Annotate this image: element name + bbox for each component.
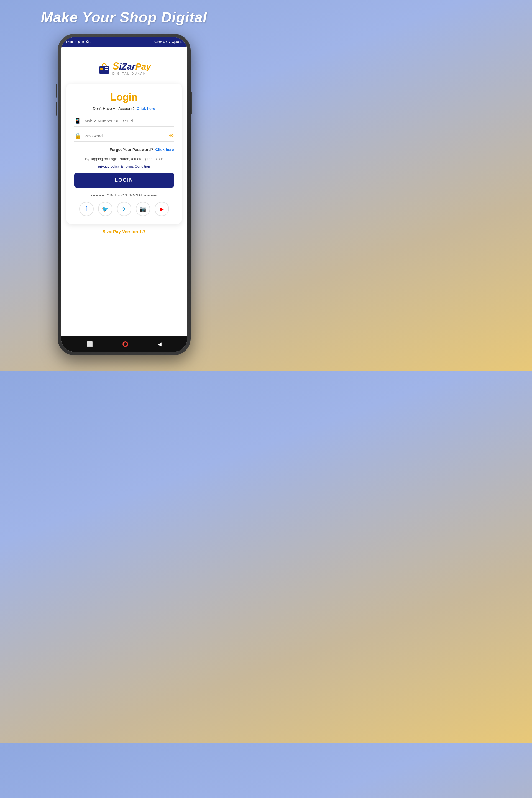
forgot-password-text: Forgot Your Password? <box>110 147 153 152</box>
forgot-password: Forgot Your Password? Click here <box>74 147 174 152</box>
battery-icon: 40% <box>175 40 182 44</box>
mail-status-icon: M̃ <box>86 40 89 44</box>
facebook-icon: f <box>86 206 87 212</box>
logo-text-main: SiZarPay <box>113 61 151 71</box>
phone-input-group: 📱 <box>74 117 174 127</box>
twitter-button[interactable]: 🐦 <box>98 202 113 216</box>
login-card: Login Don't Have An Account? Click here … <box>66 84 182 224</box>
logo-pay: Pay <box>135 61 151 72</box>
power-button <box>191 92 192 114</box>
password-input[interactable] <box>84 134 169 138</box>
social-icons: f 🐦 ✈ 📷 ▶ <box>74 202 174 216</box>
nav-bar: ⬜ ⭕ ◀ <box>61 336 187 352</box>
logo-container: SiZarPay Digital Dukan <box>97 61 151 75</box>
login-title: Login <box>74 92 174 103</box>
version-text: SizarPay Version 1.7 <box>97 224 151 240</box>
volte-icon: VoLTE <box>155 41 162 43</box>
register-click-here[interactable]: Click here <box>137 107 155 111</box>
4g-icon: 4G <box>163 40 167 44</box>
telegram-button[interactable]: ✈ <box>117 202 131 216</box>
logo-s: S <box>113 60 119 72</box>
facebook-status-icon: f <box>75 40 76 44</box>
logo-icon <box>97 61 111 75</box>
logo-text-group: SiZarPay Digital Dukan <box>113 61 151 75</box>
youtube-button[interactable]: ▶ <box>155 202 169 216</box>
register-prompt: Don't Have An Account? Click here <box>74 107 174 111</box>
instagram-icon: 📷 <box>139 206 146 212</box>
register-prompt-text: Don't Have An Account? <box>93 107 135 111</box>
volume-down-button <box>56 102 57 116</box>
status-bar: 6:00 f ⊕ M M̃ • VoLTE 4G ▲ ◀ 40% <box>61 37 187 47</box>
logo-area: SiZarPay Digital Dukan <box>92 47 157 84</box>
nav-home-button[interactable]: ⭕ <box>122 341 128 347</box>
maps-status-icon: ⊕ <box>77 40 80 44</box>
volume-up-button <box>56 84 57 97</box>
phone-mockup: 6:00 f ⊕ M M̃ • VoLTE 4G ▲ ◀ 40% <box>58 34 191 355</box>
nav-back-button[interactable]: ◀ <box>158 341 162 347</box>
wifi-icon: ◀ <box>172 40 174 44</box>
eye-icon[interactable]: 👁 <box>169 133 174 139</box>
forgot-click-here[interactable]: Click here <box>155 147 174 152</box>
status-time: 6:00 <box>66 40 73 44</box>
youtube-icon: ▶ <box>159 206 164 212</box>
phone-input[interactable] <box>84 119 174 123</box>
square-icon: ⬜ <box>87 341 93 347</box>
terms-link[interactable]: privacy policy & Terms Condition <box>74 164 174 169</box>
logo-izar: iZar <box>119 61 135 72</box>
telegram-icon: ✈ <box>122 206 126 212</box>
nav-square-button[interactable]: ⬜ <box>87 341 93 347</box>
signal-icon: ▲ <box>168 40 171 44</box>
login-button[interactable]: LOGIN <box>74 173 174 188</box>
page-title: Make Your Shop Digital <box>41 9 207 25</box>
circle-icon: ⭕ <box>122 341 128 347</box>
twitter-icon: 🐦 <box>102 206 109 212</box>
dot-status-icon: • <box>90 40 92 44</box>
password-input-group: 🔒 👁 <box>74 132 174 142</box>
status-left: 6:00 f ⊕ M M̃ • <box>66 40 92 44</box>
phone-icon: 📱 <box>74 117 81 124</box>
svg-rect-1 <box>100 68 103 70</box>
status-right: VoLTE 4G ▲ ◀ 40% <box>155 40 182 44</box>
instagram-button[interactable]: 📷 <box>136 202 150 216</box>
triangle-icon: ◀ <box>158 341 162 347</box>
terms-text: By Tapping on Login Button,You are agree… <box>74 156 174 162</box>
logo-tagline: Digital Dukan <box>113 72 146 75</box>
lock-icon: 🔒 <box>74 132 81 139</box>
social-divider: ---------JOIN Us ON SOCIAL--------- <box>74 193 174 197</box>
facebook-button[interactable]: f <box>79 202 94 216</box>
app-content: SiZarPay Digital Dukan Login Don't Have … <box>61 47 187 336</box>
gmail-status-icon: M <box>81 40 84 44</box>
